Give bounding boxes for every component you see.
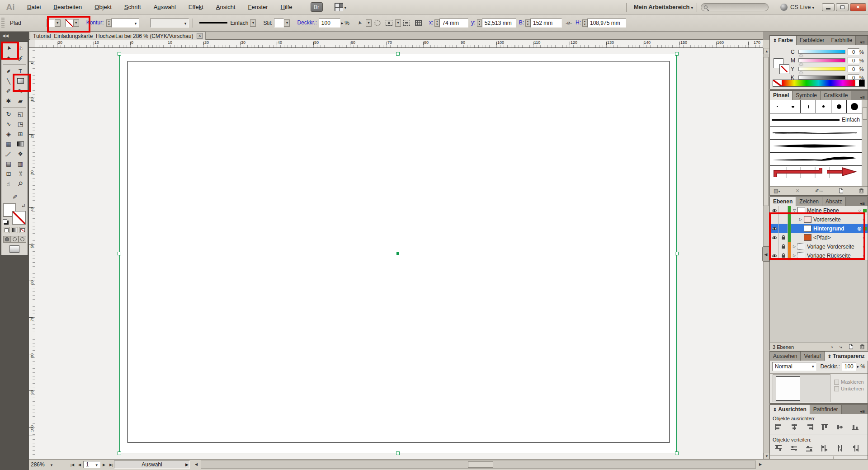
brush-charcoal[interactable]	[770, 127, 862, 140]
channel-slider-c[interactable]	[798, 50, 845, 54]
brush-einfach[interactable]: Einfach	[770, 113, 862, 127]
isolate-object-dropdown[interactable]: ▾	[395, 19, 401, 27]
tab-transparenz[interactable]: Transparenz	[825, 352, 868, 361]
artboard-tool[interactable]: ⊡	[3, 169, 14, 179]
vertical-scrollbar-thumb[interactable]	[764, 57, 769, 206]
align-panel-icon[interactable]	[414, 19, 424, 28]
selection-handle-w[interactable]	[118, 252, 121, 255]
eraser-tool[interactable]: ▰	[14, 96, 26, 106]
selection-handle-nw[interactable]	[118, 52, 121, 56]
menu-item-hilfe[interactable]: Hilfe	[274, 2, 299, 12]
calligraphic-brush[interactable]	[831, 100, 847, 113]
color-button[interactable]	[3, 227, 10, 233]
select-similar-icon[interactable]: ➤	[355, 19, 365, 28]
horizontal-scrollbar-thumb[interactable]	[468, 461, 493, 468]
cs-live-menu[interactable]: CS Live	[790, 4, 814, 10]
height-input[interactable]: 108,975 mm	[587, 19, 626, 28]
dist-center-v-button[interactable]	[789, 444, 799, 452]
workspace-switcher[interactable]: Mein Arbeitsbereich	[634, 4, 693, 10]
new-sublayer-icon[interactable]: ⤷	[840, 344, 842, 350]
tp-opacity-flyout[interactable]: ▸	[857, 364, 859, 369]
align-middle-v-button[interactable]	[835, 423, 845, 431]
tab-pathfinder[interactable]: Pathfinder	[810, 405, 842, 414]
scroll-up-icon[interactable]: ▲	[764, 48, 770, 54]
screen-mode-button[interactable]	[9, 245, 19, 253]
tab-ebenen[interactable]: Ebenen	[770, 197, 796, 206]
window-minimize-button[interactable]	[822, 3, 835, 11]
search-input[interactable]	[701, 3, 769, 11]
channel-slider-y[interactable]	[798, 67, 845, 71]
calligraphic-brush[interactable]	[801, 100, 816, 113]
dock-collapse-handle[interactable]: ◀	[762, 246, 769, 262]
scroll-right-icon[interactable]: ▶	[757, 461, 764, 468]
panel-menu-icon[interactable]: ▾≡	[860, 408, 868, 414]
isolate-object-icon[interactable]	[384, 19, 394, 28]
rotate-tool[interactable]: ↻	[3, 109, 14, 119]
y-input[interactable]: 52,513 mm	[482, 19, 516, 28]
panel-menu-icon[interactable]: ▾≡	[860, 200, 868, 206]
y-stepper[interactable]: ▲▼	[477, 19, 482, 27]
zoom-tool[interactable]: ⚲	[14, 179, 26, 188]
menu-item-effekt[interactable]: Effekt	[182, 2, 210, 12]
align-right-button[interactable]	[804, 423, 814, 431]
default-fill-stroke-icon[interactable]	[3, 219, 7, 223]
menu-item-schrift[interactable]: Schrift	[118, 2, 147, 12]
horizontal-scrollbar[interactable]	[201, 461, 756, 469]
tab-farbe[interactable]: Farbe	[770, 36, 797, 45]
dist-top-button[interactable]	[774, 444, 783, 452]
width-stepper[interactable]: ▲▼	[525, 19, 530, 27]
stroke-swatch[interactable]	[13, 212, 25, 224]
delete-brush-icon[interactable]	[859, 188, 864, 194]
layer-expander-icon[interactable]: ▽	[791, 208, 797, 212]
scroll-down-icon[interactable]: ▼	[764, 453, 770, 459]
status-flyout-icon[interactable]: ▶	[185, 462, 189, 467]
dist-center-h-button[interactable]	[835, 444, 845, 452]
selection-handle-s[interactable]	[396, 451, 400, 455]
y-label[interactable]: y:	[471, 19, 475, 26]
shape-builder-tool[interactable]: ◈	[3, 129, 14, 139]
prev-page-button[interactable]: ◀	[76, 461, 83, 468]
swap-fill-stroke-icon[interactable]: ⇄	[22, 203, 25, 208]
align-bottom-button[interactable]	[850, 423, 860, 431]
blend-mode-dropdown[interactable]: Normal	[772, 362, 816, 371]
mesh-tool[interactable]: ▦	[3, 139, 14, 149]
channel-slider-m[interactable]	[798, 58, 845, 62]
arrange-documents-button[interactable]	[335, 3, 347, 11]
next-page-button[interactable]: ▶	[100, 461, 108, 468]
menu-item-datei[interactable]: Datei	[21, 2, 47, 12]
brush-options-icon[interactable]: ✐≔	[815, 188, 823, 194]
tab-farbfelder[interactable]: Farbfelder	[797, 36, 828, 45]
dist-left-button[interactable]	[820, 444, 830, 452]
x-label[interactable]: x:	[429, 19, 433, 26]
measure-tool[interactable]: ✎	[9, 192, 20, 202]
page-number-dropdown[interactable]: 1	[83, 461, 100, 468]
tab-symbole[interactable]: Symbole	[793, 91, 821, 100]
calligraphic-brush[interactable]	[785, 100, 801, 113]
width-tool[interactable]: ∿	[3, 119, 14, 129]
channel-value-y[interactable]: 0	[848, 66, 859, 72]
dist-right-button[interactable]	[850, 444, 860, 452]
channel-slider-k[interactable]	[798, 75, 845, 80]
draw-behind-mode-button[interactable]	[11, 236, 19, 243]
document-tab[interactable]: Tutorial_Einladungskarte_Hochzeit.ai bei…	[30, 32, 206, 40]
umkehren-checkbox[interactable]: Umkehren	[834, 386, 864, 391]
eyedropper-tool[interactable]: ⌡	[3, 149, 14, 159]
slice-tool[interactable]: ✄	[14, 169, 26, 179]
opacity-flyout[interactable]: ▸	[341, 21, 344, 25]
brush-tapered[interactable]	[770, 140, 862, 153]
selection-handle-se[interactable]	[675, 451, 679, 455]
perspective-grid-tool[interactable]: ⊞	[14, 129, 26, 139]
panel-grip[interactable]	[1, 18, 5, 28]
selection-handle-e[interactable]	[675, 252, 679, 255]
menu-item-objekt[interactable]: Objekt	[88, 2, 118, 12]
remove-brush-stroke-icon[interactable]: ✕	[795, 188, 799, 194]
canvas[interactable]	[35, 48, 763, 459]
style-dropdown-arrow[interactable]: ▾	[284, 19, 290, 27]
draw-inside-mode-button[interactable]	[19, 236, 26, 243]
tab-ausrichten[interactable]: Ausrichten	[770, 405, 810, 414]
fill-stroke-control[interactable]: ⇄	[3, 203, 26, 224]
menu-item-bearbeiten[interactable]: Bearbeiten	[47, 2, 88, 12]
selection-handle-n[interactable]	[396, 52, 400, 56]
close-tab-icon[interactable]: ✕	[197, 33, 203, 39]
spectrum-rainbow[interactable]	[782, 80, 855, 86]
